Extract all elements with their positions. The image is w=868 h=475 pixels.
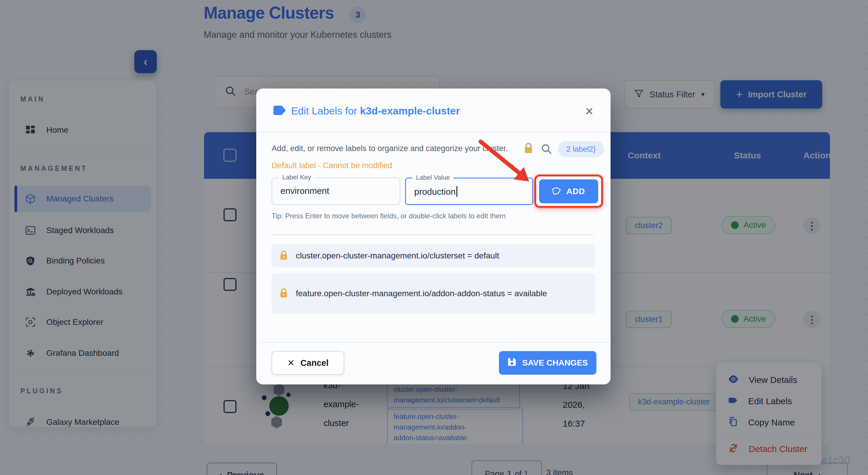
label-value-field[interactable]: Label Value production xyxy=(405,178,533,205)
save-icon xyxy=(507,358,516,369)
cancel-button[interactable]: ✕ Cancel xyxy=(272,351,344,375)
modal-title-prefix: Edit Labels for xyxy=(291,105,360,116)
locked-label-item[interactable]: cluster.open-cluster-management.io/clust… xyxy=(272,244,595,267)
modal-title-cluster-name: k3d-example-cluster xyxy=(360,105,460,116)
lock-icon xyxy=(523,142,533,155)
lock-icon xyxy=(280,288,287,299)
modal-title: Edit Labels for k3d-example-cluster xyxy=(291,105,460,117)
cancel-label: Cancel xyxy=(301,358,329,368)
edit-labels-modal: Edit Labels for k3d-example-cluster ✕ Ad… xyxy=(256,89,611,384)
locked-label-text: cluster.open-cluster-management.io/clust… xyxy=(296,249,499,263)
close-icon[interactable]: ✕ xyxy=(581,103,597,120)
tag-icon xyxy=(273,104,286,118)
locked-label-text: feature.open-cluster-management.io/addon… xyxy=(296,287,547,300)
app-screen: ‹ MAIN Home MANAGEMENT Managed Clusters … xyxy=(0,0,868,475)
save-changes-button[interactable]: SAVE CHANGES xyxy=(499,351,596,375)
label-value-legend: Label Value xyxy=(412,174,454,181)
label-key-field[interactable]: Label Key environment xyxy=(272,178,400,205)
text-cursor xyxy=(457,186,457,197)
modal-header-divider xyxy=(256,132,611,133)
label-value-value: production xyxy=(414,186,457,197)
modal-tip: Tip: Press Enter to move between fields,… xyxy=(272,212,506,220)
default-label-warning: Default label - Cannot be modified xyxy=(272,161,392,170)
save-label: SAVE CHANGES xyxy=(522,358,588,368)
close-icon: ✕ xyxy=(287,358,294,368)
labels-count-badge: 2 label2} xyxy=(558,141,604,157)
lock-icon xyxy=(280,250,287,261)
label-key-value: environment xyxy=(280,186,329,196)
modal-description: Add, edit, or remove labels to organize … xyxy=(272,144,526,153)
modal-divider xyxy=(272,235,593,235)
annotation-highlight-ring xyxy=(534,175,603,208)
locked-label-item[interactable]: feature.open-cluster-management.io/addon… xyxy=(272,273,595,314)
modal-footer-divider xyxy=(256,342,611,343)
search-labels-icon[interactable] xyxy=(540,143,553,156)
label-key-legend: Label Key xyxy=(279,173,315,181)
